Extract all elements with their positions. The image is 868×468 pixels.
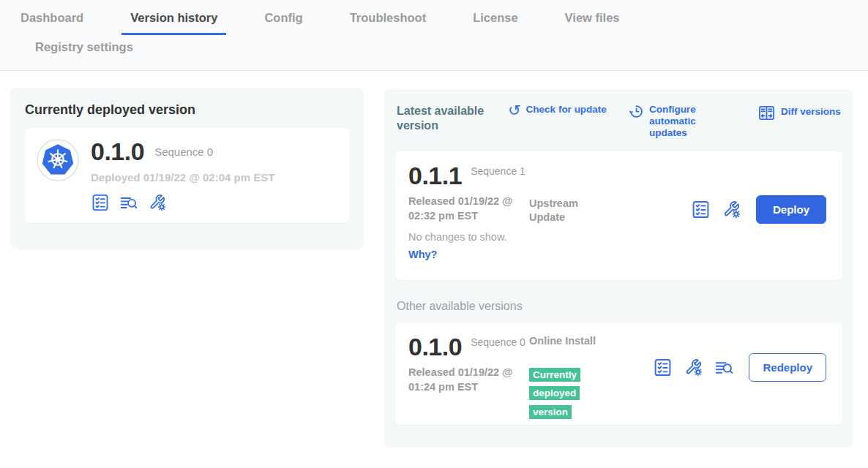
- latest-version-number: 0.1.1: [408, 163, 462, 189]
- currently-deployed-title: Currently deployed version: [25, 102, 349, 118]
- currently-deployed-card: Currently deployed version: [10, 88, 364, 249]
- tab-view-files[interactable]: View files: [556, 11, 629, 35]
- config-icon[interactable]: [684, 358, 703, 377]
- admin-console-page: Dashboard Version history Config Trouble…: [0, 0, 868, 468]
- tab-license[interactable]: License: [464, 11, 526, 35]
- config-icon[interactable]: [722, 200, 741, 219]
- deployed-timestamp: Deployed 01/19/22 @ 02:04 pm EST: [91, 171, 274, 184]
- why-link[interactable]: Why?: [408, 249, 829, 260]
- tab-config[interactable]: Config: [255, 11, 311, 35]
- deployed-actions: [91, 193, 274, 212]
- deploy-button[interactable]: Deploy: [756, 195, 826, 224]
- latest-version-header: Latest available version ↺ Check for upd…: [397, 104, 841, 140]
- kubernetes-app-icon: [37, 139, 79, 181]
- configure-automatic-updates-link[interactable]: Configure automatic updates: [629, 104, 736, 140]
- deployed-version-info: 0.1.0 Sequence 0 Deployed 01/19/22 @ 02:…: [91, 139, 274, 212]
- preflight-checks-icon[interactable]: [691, 200, 711, 219]
- other-card-actions: Redeploy: [653, 353, 826, 382]
- other-released-timestamp: Released 01/19/22 @ 01:24 pm EST: [408, 366, 527, 394]
- latest-version-title: Latest available version: [397, 104, 508, 133]
- schedule-update-icon: [629, 104, 644, 122]
- no-changes-text: No changes to show.: [408, 231, 829, 243]
- tab-troubleshoot[interactable]: Troubleshoot: [341, 11, 435, 35]
- nav-row-1: Dashboard Version history Config Trouble…: [0, 0, 868, 35]
- latest-version-card: 0.1.1 Sequence 1 Released 01/19/22 @ 02:…: [395, 151, 842, 280]
- refresh-icon: ↺: [508, 104, 521, 117]
- preflight-checks-icon[interactable]: [653, 358, 673, 377]
- deployed-version-card: 0.1.0 Sequence 0 Deployed 01/19/22 @ 02:…: [25, 128, 349, 223]
- check-for-update-label: Check for update: [526, 104, 607, 116]
- preflight-checks-icon[interactable]: [91, 193, 110, 212]
- other-versions-title: Other available versions: [397, 300, 841, 313]
- latest-sequence-label: Sequence 1: [471, 165, 526, 178]
- main-nav: Dashboard Version history Config Trouble…: [0, 0, 868, 71]
- redeploy-button[interactable]: Redeploy: [749, 353, 826, 382]
- currently-deployed-badge-label: Currently deployed version: [529, 368, 580, 419]
- deploy-logs-icon[interactable]: [714, 358, 734, 377]
- config-icon[interactable]: [148, 193, 167, 212]
- other-sequence-label: Sequence 0: [471, 336, 526, 349]
- configure-automatic-updates-label: Configure automatic updates: [649, 104, 736, 140]
- nav-row-2: Registry settings: [0, 35, 868, 64]
- tab-registry-settings[interactable]: Registry settings: [26, 40, 142, 64]
- diff-icon: [757, 104, 776, 125]
- tab-dashboard[interactable]: Dashboard: [12, 11, 92, 35]
- currently-deployed-badge: Currently deployed version: [529, 365, 589, 421]
- deploy-logs-icon[interactable]: [119, 193, 138, 212]
- other-version-number: 0.1.0: [408, 334, 462, 361]
- diff-versions-label: Diff versions: [781, 106, 841, 118]
- other-version-card: 0.1.0 Sequence 0 Released 01/19/22 @ 01:…: [395, 322, 842, 425]
- deployed-version-number: 0.1.0: [91, 139, 144, 164]
- version-history-panel: Latest available version ↺ Check for upd…: [384, 89, 853, 448]
- other-version-source: Online Install: [529, 334, 599, 349]
- latest-version-source: Upstream Update: [529, 197, 599, 225]
- diff-versions-link[interactable]: Diff versions: [757, 104, 841, 125]
- header-actions: ↺ Check for update Configure automatic u…: [508, 104, 841, 140]
- check-for-update-link[interactable]: ↺ Check for update: [508, 104, 607, 117]
- latest-card-actions: Deploy: [691, 195, 826, 224]
- latest-released-timestamp: Released 01/19/22 @ 02:32 pm EST: [408, 195, 527, 223]
- tab-version-history[interactable]: Version history: [121, 11, 226, 35]
- deployed-sequence-label: Sequence 0: [154, 145, 213, 159]
